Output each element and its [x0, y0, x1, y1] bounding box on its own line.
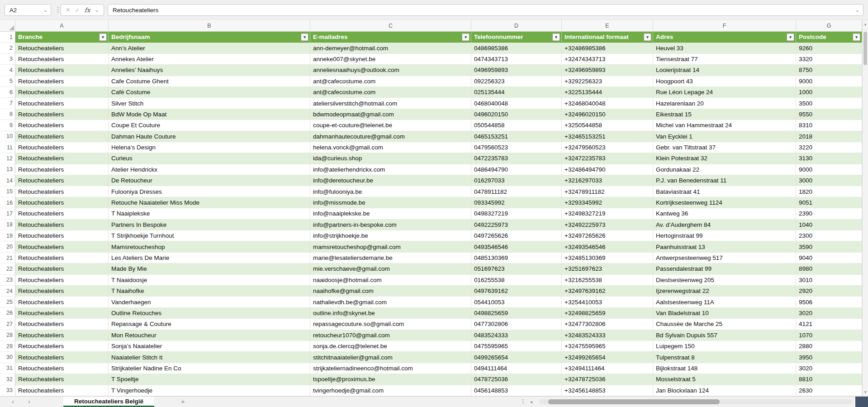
cell[interactable]: 0468040048 — [471, 98, 562, 109]
row-number[interactable]: 23 — [0, 275, 15, 286]
cell[interactable]: 0498327219 — [471, 208, 562, 219]
cell[interactable]: Retoucheateliers — [15, 164, 109, 175]
cell[interactable]: 0485130369 — [471, 253, 562, 263]
header-cell[interactable]: Telefoonnummer▾ — [471, 32, 562, 43]
cell[interactable]: 0493546546 — [471, 241, 562, 252]
cell[interactable]: 1000 — [796, 87, 862, 98]
cell[interactable]: Les Ateliers De Marie — [109, 253, 310, 263]
row-number[interactable]: 24 — [0, 286, 15, 297]
cell[interactable]: 0497265626 — [471, 230, 562, 241]
cell[interactable]: 9550 — [796, 109, 862, 120]
cell[interactable]: Helena’s Design — [109, 142, 310, 153]
cell[interactable]: Retoucheateliers — [15, 230, 109, 241]
row-number[interactable]: 9 — [0, 120, 15, 131]
cell[interactable]: Antwerpsesteenweg 517 — [653, 253, 796, 263]
cell[interactable]: 0492225973 — [471, 220, 562, 230]
row-number[interactable]: 25 — [0, 297, 15, 307]
insert-function-icon[interactable]: fx — [85, 6, 90, 14]
cell[interactable]: Retoucheateliers — [15, 220, 109, 230]
cell[interactable]: 9040 — [796, 253, 862, 263]
cell[interactable]: nathalievdh.be@gmail.com — [310, 297, 471, 307]
row-number[interactable]: 7 — [0, 98, 15, 109]
cell[interactable]: +32479560523 — [562, 142, 653, 153]
cell[interactable]: Made By Mie — [109, 263, 310, 274]
header-cell[interactable]: Adres▾ — [653, 32, 796, 43]
row-number[interactable]: 2 — [0, 43, 15, 53]
cell[interactable]: 3320 — [796, 54, 862, 65]
cell[interactable]: +32456148853 — [562, 385, 653, 396]
cell[interactable]: De Retoucheur — [109, 175, 310, 186]
cell[interactable]: Retoucheateliers — [15, 87, 109, 98]
cell[interactable]: +3216297033 — [562, 175, 653, 186]
horizontal-scrollbar-thumb[interactable] — [548, 399, 720, 404]
cell[interactable]: Gebr. van Tiltstraat 37 — [653, 142, 796, 153]
cell[interactable]: 025135444 — [471, 87, 562, 98]
chevron-down-icon[interactable]: ⌄ — [43, 8, 51, 13]
filter-button[interactable]: ▾ — [462, 33, 470, 41]
cell[interactable]: bdwmodeopmaat@gmail.com — [310, 109, 471, 120]
cell[interactable]: 3220 — [796, 142, 862, 153]
row-number[interactable]: 30 — [0, 352, 15, 363]
cell[interactable]: ateliersilverstitch@hotmail.com — [310, 98, 471, 109]
vertical-scrollbar-thumb[interactable] — [863, 32, 867, 65]
cell[interactable]: Retoucheateliers — [15, 76, 109, 87]
cell[interactable]: Silver Stitch — [109, 98, 310, 109]
cell[interactable]: Retoucheateliers — [15, 341, 109, 352]
chevron-down-icon[interactable]: ⌄ — [95, 8, 99, 13]
cell[interactable]: +32498327219 — [562, 208, 653, 219]
cell[interactable]: Ijzerenwegstraat 22 — [653, 286, 796, 297]
cell[interactable]: Heuvel 33 — [653, 43, 796, 53]
cell[interactable]: ida@curieus.shop — [310, 153, 471, 164]
cell[interactable]: 3950 — [796, 352, 862, 363]
cell[interactable]: +32474343713 — [562, 54, 653, 65]
row-number[interactable]: 20 — [0, 241, 15, 252]
cell[interactable]: ant@cafecostume.com — [310, 87, 471, 98]
cell[interactable]: Michel van Hammestraat 24 — [653, 120, 796, 131]
cell[interactable]: Vanderhaegen — [109, 297, 310, 307]
cell[interactable]: 8310 — [796, 120, 862, 131]
row-number[interactable]: 12 — [0, 153, 15, 164]
cell[interactable]: Eikestraat 15 — [653, 109, 796, 120]
cell[interactable]: info@fulooniya.be — [310, 186, 471, 197]
filter-button[interactable]: ▾ — [853, 33, 860, 41]
row-number[interactable]: 11 — [0, 142, 15, 153]
name-box[interactable]: A2 ⌄ — [5, 4, 51, 16]
cell[interactable]: 050544858 — [471, 120, 562, 131]
cell[interactable]: +32475595965 — [562, 341, 653, 352]
cell[interactable]: 092256323 — [471, 76, 562, 87]
cell[interactable]: 0483524333 — [471, 330, 562, 341]
cell[interactable]: 2018 — [796, 131, 862, 142]
filter-button[interactable]: ▾ — [99, 33, 107, 41]
cell[interactable]: Retoucheateliers — [15, 153, 109, 164]
row-number[interactable]: 29 — [0, 341, 15, 352]
filter-button[interactable]: ▾ — [301, 33, 308, 41]
cell[interactable]: 1040 — [796, 220, 862, 230]
row-number[interactable]: 15 — [0, 186, 15, 197]
cell[interactable]: tspoeltje@proximus.be — [310, 374, 471, 385]
cell[interactable]: +3293345992 — [562, 197, 653, 208]
cell[interactable]: Chaussèe de Marche 25 — [653, 319, 796, 330]
row-number[interactable]: 22 — [0, 263, 15, 274]
cell[interactable]: +32496020150 — [562, 109, 653, 120]
cell[interactable]: +3225135444 — [562, 87, 653, 98]
cell[interactable]: info@partners-in-bespoke.com — [310, 220, 471, 230]
cell[interactable]: Ann’s Atelier — [109, 43, 310, 53]
row-number[interactable]: 32 — [0, 374, 15, 385]
scroll-down-icon[interactable]: ▾ — [863, 390, 868, 394]
cell[interactable]: Curieus — [109, 153, 310, 164]
cell[interactable]: Retoucheateliers — [15, 120, 109, 131]
cell[interactable]: strijkateliernadineenco@hotmail.com — [310, 363, 471, 374]
cell[interactable]: tvingerhoedje@gmail.com — [310, 385, 471, 396]
cell[interactable]: +3250544858 — [562, 120, 653, 131]
cell[interactable]: 1820 — [796, 186, 862, 197]
cell[interactable]: Gordunakaai 22 — [653, 164, 796, 175]
confirm-icon[interactable]: ✓ — [75, 7, 80, 14]
cell[interactable]: info@strijkhoekje.be — [310, 230, 471, 241]
row-number[interactable]: 14 — [0, 175, 15, 186]
cell[interactable]: 2390 — [796, 208, 862, 219]
cell[interactable]: Retoucheateliers — [15, 98, 109, 109]
add-sheet-icon[interactable]: + — [181, 397, 185, 405]
cell[interactable]: +32477302806 — [562, 319, 653, 330]
row-number[interactable]: 8 — [0, 109, 15, 120]
cell[interactable]: Van Eycklei 1 — [653, 131, 796, 142]
